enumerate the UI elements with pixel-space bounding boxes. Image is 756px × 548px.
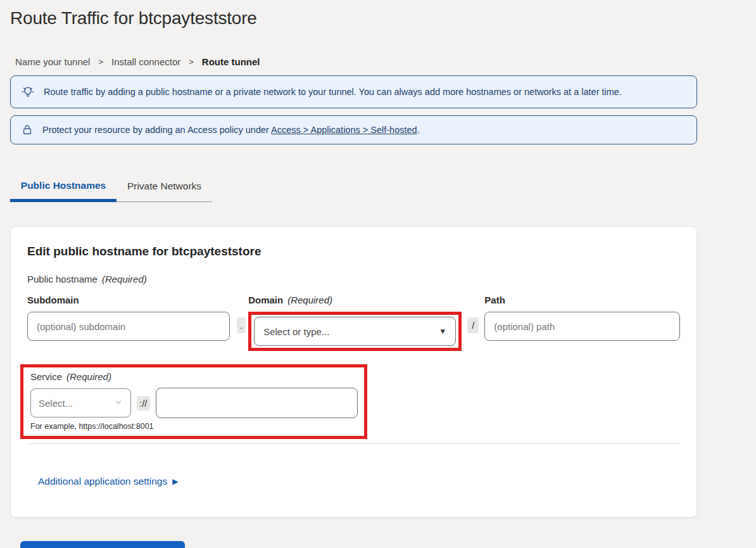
domain-select[interactable]: Select or type... ▼ [254,317,456,346]
breadcrumb-step-route-tunnel: Route tunnel [202,56,260,67]
public-hostname-section-label: Public hostname(Required) [27,274,680,284]
save-tunnel-button[interactable]: Save btcpayteststore tunnel [20,541,185,548]
chevron-down-icon [114,398,123,409]
dot-separator: . [237,317,246,333]
domain-label-text: Domain [248,295,283,305]
path-field-group: Path [484,295,680,351]
scheme-separator: :// [137,396,150,411]
subdomain-input[interactable] [27,312,230,341]
service-fields-row: Select... :// [30,388,358,418]
service-type-select[interactable]: Select... [30,388,131,417]
service-section-label: Service(Required) [30,371,358,382]
breadcrumb-separator: > [189,57,194,67]
domain-highlight-box: Select or type... ▼ [248,312,462,351]
access-applications-link[interactable]: Access > Applications > Self-hosted [271,125,417,135]
access-banner-text-before: Protect your resource by adding an Acces… [42,125,271,135]
path-input[interactable] [484,312,680,341]
service-url-input[interactable] [156,388,358,418]
section-divider [27,443,680,444]
domain-select-value: Select or type... [263,326,329,337]
tab-bar: Public Hostnames Private Networks [10,180,697,202]
access-banner-text: Protect your resource by adding an Acces… [42,125,420,135]
access-banner-text-after: . [417,125,420,135]
domain-field-group: Domain(Required) Select or type... ▼ [248,295,462,351]
info-banner-text: Route traffic by adding a public hostnam… [44,87,622,97]
service-helper-text: For example, https://localhost:8001 [30,422,358,431]
breadcrumb: Name your tunnel > Install connector > R… [15,56,697,67]
breadcrumb-separator: > [98,57,103,67]
card-heading: Edit public hostname for btcpayteststore [27,245,680,258]
main-content: Route Traffic for btcpayteststore Name y… [10,8,697,548]
path-label: Path [484,295,680,305]
service-select-value: Select... [39,398,73,409]
lock-icon [21,124,34,136]
public-hostname-label: Public hostname [27,274,98,284]
lightbulb-icon [21,85,35,99]
access-policy-banner: Protect your resource by adding an Acces… [10,115,697,144]
tab-private-networks[interactable]: Private Networks [117,181,212,202]
service-highlight-box: Service(Required) Select... :// For exam… [20,364,367,439]
additional-settings-label: Additional application settings [38,476,167,487]
additional-application-settings-link[interactable]: Additional application settings ▶ [38,476,178,487]
hostname-fields-row: Subdomain . Domain(Required) Select or t… [27,295,680,351]
public-hostname-required: (Required) [102,274,147,284]
breadcrumb-step-name-your-tunnel[interactable]: Name your tunnel [15,56,90,67]
subdomain-field-group: Subdomain [27,295,230,351]
slash-separator: / [467,317,479,333]
domain-required: (Required) [287,295,332,305]
info-banner-route-traffic: Route traffic by adding a public hostnam… [10,75,697,108]
breadcrumb-step-install-connector[interactable]: Install connector [111,56,180,67]
edit-hostname-card: Edit public hostname for btcpayteststore… [10,226,697,518]
page-title: Route Traffic for btcpayteststore [10,8,697,29]
service-label-text: Service [30,371,62,382]
caret-right-icon: ▶ [172,477,178,486]
subdomain-label: Subdomain [27,295,230,305]
chevron-down-icon: ▼ [439,327,446,336]
service-required: (Required) [66,371,111,382]
tab-public-hostnames[interactable]: Public Hostnames [10,180,117,202]
domain-label: Domain(Required) [248,295,462,305]
